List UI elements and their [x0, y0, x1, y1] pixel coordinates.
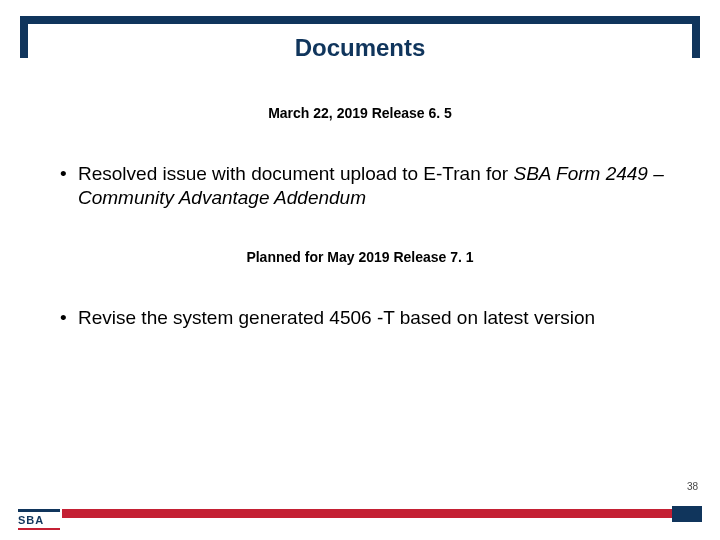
- logo-text: SBA: [18, 514, 60, 526]
- release-subhead-1: March 22, 2019 Release 6. 5: [0, 105, 720, 121]
- header-border-top: [20, 16, 700, 24]
- page-title: Documents: [0, 34, 720, 62]
- bullet-text-2: Revise the system generated 4506 -T base…: [78, 306, 680, 330]
- footer-corner-blue: [672, 506, 702, 522]
- logo-bar-bottom: [18, 528, 60, 530]
- bullet1-prefix: Resolved issue with document upload to E…: [78, 163, 513, 184]
- sba-logo: SBA: [18, 509, 60, 530]
- bullet-dot-icon: •: [60, 162, 78, 186]
- logo-bar-top: [18, 509, 60, 512]
- footer-bar-red: [62, 509, 676, 518]
- bullet-item-2: • Revise the system generated 4506 -T ba…: [60, 306, 680, 330]
- page-number: 38: [687, 481, 698, 492]
- bullet-item-1: • Resolved issue with document upload to…: [60, 162, 680, 210]
- release-subhead-2: Planned for May 2019 Release 7. 1: [0, 249, 720, 265]
- bullet-dot-icon: •: [60, 306, 78, 330]
- bullet-text-1: Resolved issue with document upload to E…: [78, 162, 680, 210]
